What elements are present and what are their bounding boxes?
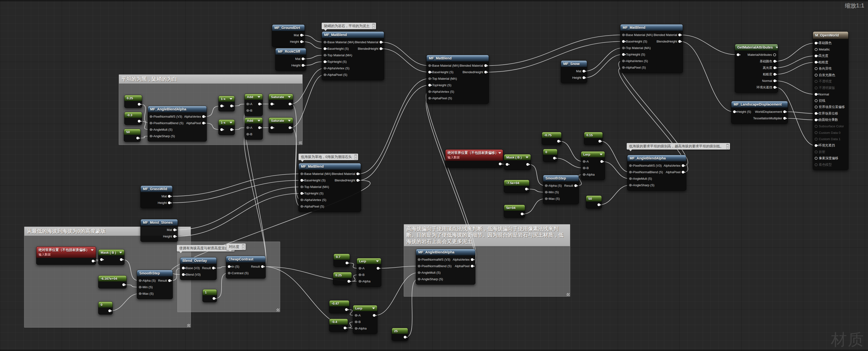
node-header[interactable]: -7.5e+04 [504,180,529,186]
node-header[interactable]: -0.47 [330,300,349,306]
pin-input[interactable] [815,99,817,102]
expand-icon[interactable] [354,158,357,160]
connected-pin-output[interactable] [773,60,776,63]
node-landscape[interactable]: MF_LandscapeDisplacementHeight (S)WorldD… [731,101,788,124]
connected-pin-output[interactable] [773,80,776,82]
connected-pin-output[interactable] [289,103,291,105]
node-cm047[interactable]: -0.47 [329,300,349,313]
connected-pin-input[interactable] [733,110,736,113]
node-angleblend2[interactable]: MF_AngleBlendAlphaPixelNormalWS (V3)Alph… [627,155,686,191]
disabled-pin-input[interactable] [815,131,817,134]
pin-input[interactable] [139,279,142,282]
connected-pin-output[interactable] [258,103,261,105]
node-c25[interactable]: 25 [392,328,408,341]
node-c07[interactable]: 0.7 [334,254,350,267]
node-header[interactable]: 0.25 [333,272,351,278]
node-header[interactable]: 0.25 [125,95,142,101]
comment-bubble[interactable]: 对比度 [226,243,246,250]
connected-pin-output[interactable] [213,297,215,300]
node-header[interactable]: 0 [98,302,113,308]
connected-pin-output[interactable] [682,171,684,173]
node-header[interactable]: MF_MatBlend [322,32,384,38]
node-moiststones[interactable]: MF_Moist_StonesMatHeight [141,219,178,242]
connected-pin-output[interactable] [377,267,379,270]
connected-pin-output[interactable] [525,188,528,191]
node-header[interactable]: Add [245,118,262,123]
chevron-down-icon[interactable] [376,260,379,262]
disabled-pin-input[interactable] [815,150,817,153]
connected-pin-input[interactable] [428,71,431,74]
node-header[interactable]: Saturate [269,118,293,123]
node-header[interactable]: MF_Snow [561,61,587,67]
pin-input[interactable] [583,167,585,169]
pin-input[interactable] [301,205,303,208]
chevron-down-icon[interactable] [288,120,291,121]
pin-input[interactable] [355,321,358,323]
node-header[interactable]: SmoothStep [543,175,579,181]
pin-input[interactable] [629,177,632,180]
node-c025b[interactable]: 0.25 [333,272,352,285]
pin-input[interactable] [301,199,303,201]
pin-input[interactable] [622,47,625,49]
chevron-down-icon[interactable] [229,122,232,123]
pin-input[interactable] [323,41,326,43]
node-header[interactable]: CheapContrast [226,256,266,262]
chevron-down-icon[interactable] [372,308,375,309]
connected-pin-output[interactable] [92,260,94,262]
connected-pin-output[interactable] [302,58,304,60]
chevron-down-icon[interactable] [776,47,778,48]
pin-input[interactable] [355,314,358,317]
pin-input[interactable] [629,164,632,167]
node-c1v[interactable]: 1 [203,289,217,302]
connected-pin-output[interactable] [678,34,681,36]
connected-pin-output[interactable] [168,202,170,204]
pin-input[interactable] [428,90,431,93]
pin-input[interactable] [355,327,358,330]
pin-input[interactable] [246,103,249,105]
pin-input[interactable] [246,109,249,112]
node-header[interactable]: 0 [543,149,557,155]
node-add1[interactable]: AddAB [244,94,263,116]
connected-pin-output[interactable] [783,117,786,120]
pin-input[interactable] [622,60,625,62]
node-mask2[interactable]: Mask ( B ) [504,154,531,170]
node-red1[interactable]: 绝对世界位置（不包括材质偏移）输入数据 [36,246,96,265]
node-header[interactable]: M_OpenWorld [813,32,848,39]
connected-pin-output[interactable] [300,34,303,36]
disabled-pin-input[interactable] [815,163,817,166]
material-graph-canvas[interactable]: 材质 平坦的为黑，陡峭的为白从最低的海拔到海拔为0的高度蒙版高海拔偏向于使用顶点… [0,0,868,351]
connected-pin-output[interactable] [302,64,304,67]
pin-input[interactable] [622,66,625,69]
connected-pin-output[interactable] [499,163,501,165]
pin-icon[interactable] [242,244,244,247]
connected-pin-input[interactable] [815,42,817,45]
node-header[interactable]: 0.15 [584,132,602,138]
connected-pin-input[interactable] [271,103,273,105]
pin-input[interactable] [815,67,817,70]
connected-pin-output[interactable] [230,128,233,131]
pin-input[interactable] [418,265,421,267]
connected-pin-output[interactable] [346,262,348,264]
node-header[interactable]: MF_MatBlend [427,55,489,61]
connected-pin-input[interactable] [815,119,817,121]
disabled-pin-input[interactable] [815,138,817,141]
comment-bubble[interactable]: 低海拔的要求平坦的级别高，越高海拔的要求平坦的级别低。 [627,143,730,149]
chevron-down-icon[interactable] [498,152,501,154]
node-header[interactable]: Add [245,94,262,100]
pin-input[interactable] [359,267,361,270]
connected-pin-input[interactable] [815,144,817,147]
connected-pin-input[interactable] [428,84,431,86]
connected-pin-output[interactable] [484,71,487,74]
node-getattr[interactable]: GetMaterialAttributesMaterialAttributes基… [735,44,778,93]
connected-pin-output[interactable] [471,265,473,267]
node-rcokcliff[interactable]: MF_RcokCliffMatHeight [275,48,306,71]
connected-pin-output[interactable] [289,126,291,129]
pin-input[interactable] [815,74,817,77]
chevron-down-icon[interactable] [119,252,122,254]
connected-pin-output[interactable] [484,64,487,67]
node-c025[interactable]: 0.25 [124,95,142,108]
connected-pin-input[interactable] [815,93,817,96]
node-header[interactable]: Lerp [357,258,381,264]
node-header[interactable]: Mask ( B ) [98,250,124,255]
connected-pin-output[interactable] [521,212,523,215]
